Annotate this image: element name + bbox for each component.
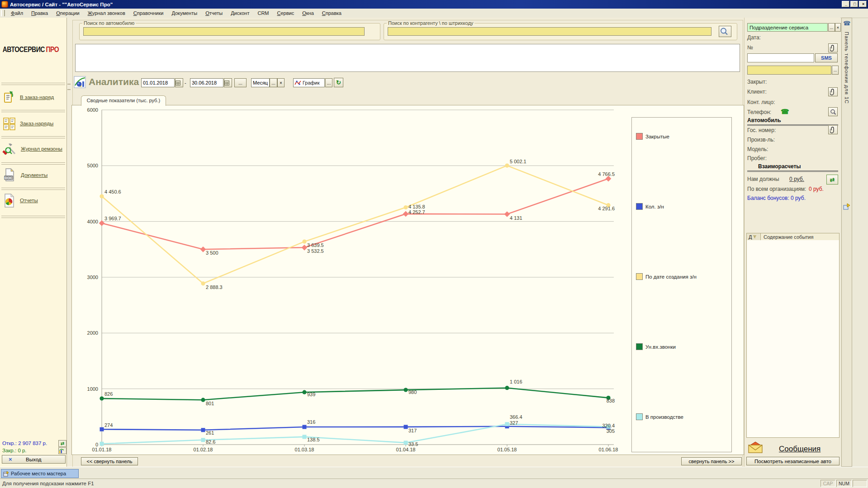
search-contragent-input[interactable] (388, 27, 711, 36)
collapse-right-panel-button[interactable]: свернуть панель >> (681, 457, 742, 465)
paperclip-icon (830, 127, 835, 133)
bonus-balance: Баланс бонусов: 0 руб. (747, 195, 806, 201)
period-clear-button[interactable]: × (277, 78, 285, 87)
sidebar-item-label[interactable]: В заказ-наряд (20, 95, 54, 100)
view-unrecorded-cars-button[interactable]: Посмотреть незаписанные авто (746, 457, 840, 465)
telephony-event-icon[interactable] (843, 203, 850, 210)
menu-Документы[interactable]: Документы (167, 9, 201, 17)
sidebar-item-label[interactable]: Журнал ремзоны (21, 146, 62, 152)
date-from-input[interactable] (141, 78, 175, 87)
sidebar-item-label[interactable]: Заказ-наряды (20, 121, 53, 126)
document-number-input[interactable] (747, 53, 814, 62)
menu-Сервис[interactable]: Сервис (273, 9, 299, 17)
events-col-content[interactable]: Содержание события (761, 233, 840, 241)
legend-label: В производстве (645, 414, 683, 420)
menu-Справочники[interactable]: Справочники (129, 9, 168, 17)
we-are-owed-link[interactable]: 0 руб. (789, 176, 804, 182)
sidebar-item-label[interactable]: Документы (21, 172, 47, 178)
events-list[interactable] (746, 240, 840, 438)
calendar-icon (175, 81, 180, 85)
chart-type-select[interactable]: График (293, 78, 325, 87)
menu-Дисконт[interactable]: Дисконт (227, 9, 253, 17)
division-select-button[interactable]: ... (828, 23, 835, 32)
svg-text:4 291.6: 4 291.6 (598, 206, 615, 211)
refresh-settlements-button[interactable]: ⇄ (826, 175, 838, 185)
number-label: № (747, 44, 753, 51)
splitter-grip[interactable] (67, 84, 71, 90)
date-range-separator: - (185, 80, 186, 85)
chart-panel: 010002000300040005000600001.01.1801.02.1… (71, 105, 744, 455)
division-clear-button[interactable]: × (835, 23, 841, 32)
minimize-button[interactable]: _ (842, 1, 849, 7)
all-orgs-label: По всем организациям: (747, 186, 806, 192)
telephony-panel[interactable]: ☎ Панель телефонии для 1С (841, 18, 852, 467)
svg-text:01.01.18: 01.01.18 (92, 447, 112, 452)
paperclip-icon (830, 45, 835, 52)
client-attach-button[interactable] (828, 87, 838, 96)
menu-Журнал звонков[interactable]: Журнал звонков (84, 9, 129, 17)
date-to-input[interactable] (190, 78, 223, 87)
mileage-label: Пробег: (747, 155, 767, 161)
svg-text:939: 939 (307, 392, 315, 397)
period-input[interactable] (251, 78, 270, 87)
sms-button[interactable]: SMS (815, 53, 838, 62)
period-select-button[interactable]: ... (270, 78, 277, 87)
messages-link[interactable]: Сообщения (779, 445, 821, 454)
svg-text:82.6: 82.6 (206, 439, 215, 445)
menu-Правка[interactable]: Правка (27, 9, 52, 17)
menu-Справка[interactable]: Справка (318, 9, 346, 17)
legend-swatch (636, 413, 643, 420)
attach-button[interactable] (828, 43, 838, 52)
events-col-date[interactable]: Д (746, 233, 761, 241)
menu-Операции[interactable]: Операции (52, 9, 83, 17)
restore-button[interactable]: □ (850, 1, 858, 7)
svg-text:1 016: 1 016 (510, 379, 522, 384)
svg-text:3 969.7: 3 969.7 (104, 216, 121, 221)
telephony-phone-icon: ☎ (843, 20, 850, 27)
refresh-chart-button[interactable]: ↻ (334, 78, 343, 87)
sidebar-item-label[interactable]: Отчеты (20, 198, 38, 203)
sidebar-item-2[interactable]: Заказ-наряды (2, 113, 66, 134)
menu-Файл[interactable]: Файл (7, 9, 27, 17)
search-auto-input[interactable] (83, 27, 365, 36)
search-auto-group: Поиск по автомобилю (79, 20, 380, 40)
chart-type-more-button[interactable]: ... (325, 78, 332, 87)
events-table-header: Д Содержание события (746, 233, 840, 241)
sidebar-item-1[interactable]: В заказ-наряд (2, 87, 66, 108)
taskbar-tab-workplace[interactable]: Рабочее место мастера (1, 469, 79, 478)
quick-search-more-button[interactable]: ... (832, 66, 839, 75)
quick-search-input[interactable] (747, 66, 831, 75)
date-to-calendar-button[interactable] (224, 78, 232, 87)
phone-search-button[interactable] (828, 107, 838, 116)
close-button[interactable]: × (859, 1, 867, 7)
chart-legend: ЗакрытыеКол. з/нПо дате создания з/нУн.в… (631, 117, 732, 452)
workplace-icon (3, 471, 9, 477)
tab-summary-indicators[interactable]: Сводные показатели (тыс. руб.) (81, 95, 166, 106)
svg-text:3000: 3000 (87, 275, 98, 280)
svg-text:DOC: DOC (5, 176, 13, 180)
logo-accent: ПРО (46, 45, 59, 54)
call-icon[interactable]: ☎ (781, 108, 789, 116)
svg-text:2000: 2000 (87, 330, 98, 336)
menu-Окна[interactable]: Окна (298, 9, 318, 17)
sidebar-item-4[interactable]: DOCДокументы (2, 165, 66, 185)
refresh-totals-button[interactable]: ⇄ (58, 440, 66, 447)
period-settings-button[interactable]: ... (234, 78, 247, 87)
collapse-left-panel-button[interactable]: << свернуть панель (81, 457, 138, 465)
menu-Отчеты[interactable]: Отчеты (201, 9, 227, 17)
totals-chart-button[interactable] (58, 447, 66, 454)
toolbar-grip[interactable] (1, 10, 5, 16)
date-from-calendar-button[interactable] (175, 78, 183, 87)
search-button[interactable] (719, 26, 731, 37)
svg-text:5 002.1: 5 002.1 (510, 159, 526, 164)
contact-label: Конт. лицо: (747, 99, 775, 105)
sidebar-item-3[interactable]: Журнал ремзоны (2, 138, 66, 159)
sidebar-item-5[interactable]: Отчеты (2, 190, 66, 211)
exit-button[interactable]: ×Выход (2, 455, 66, 464)
documents-icon: DOC (2, 168, 17, 183)
gos-attach-button[interactable] (828, 125, 838, 134)
svg-text:316: 316 (307, 419, 315, 425)
menu-bar: ФайлПравкаОперацииЖурнал звонковСправочн… (0, 9, 868, 18)
service-division-input[interactable] (747, 23, 828, 32)
menu-CRM[interactable]: CRM (253, 9, 273, 17)
